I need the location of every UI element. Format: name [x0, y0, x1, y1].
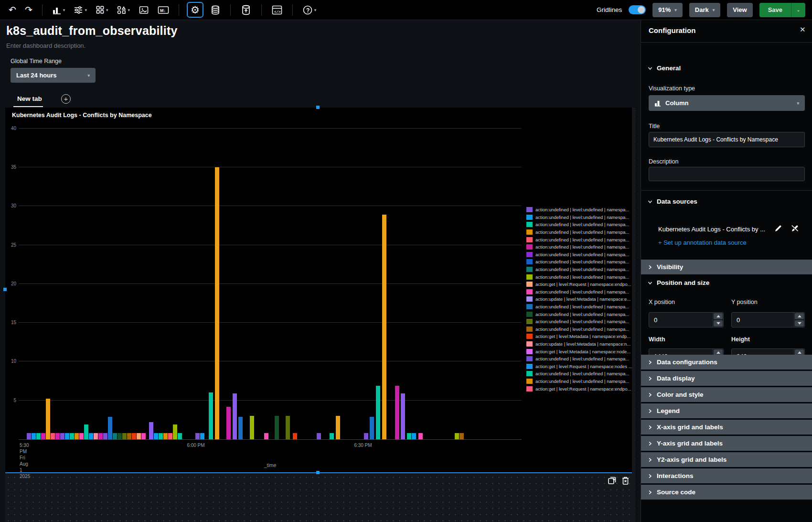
section-data-display[interactable]: Data display	[641, 371, 812, 386]
chart-bar[interactable]	[226, 407, 231, 439]
chart-bar[interactable]	[75, 433, 79, 439]
chart-bar[interactable]	[286, 416, 290, 439]
legend-item[interactable]: action:undefined | level:undefined | nam…	[526, 310, 632, 318]
legend-item[interactable]: action:undefined | level:undefined | nam…	[526, 258, 632, 266]
setup-annotation-link[interactable]: + Set up annotation data source	[658, 239, 747, 246]
chart-bar[interactable]	[154, 433, 158, 439]
chart-bar[interactable]	[364, 433, 368, 439]
legend-item[interactable]: action:undefined | level:undefined | nam…	[526, 236, 632, 243]
chart-bar[interactable]	[36, 433, 41, 439]
chart-bar[interactable]	[407, 433, 411, 439]
legend-item[interactable]: action:get | level:Request | namespace:e…	[526, 385, 632, 392]
chart-bar[interactable]	[159, 433, 163, 439]
tab-new-tab[interactable]: New tab	[17, 95, 42, 102]
chart-bar[interactable]	[336, 416, 340, 439]
chart-bar[interactable]	[122, 433, 127, 439]
chart-bar[interactable]	[41, 433, 45, 439]
chart-bar[interactable]	[418, 433, 423, 439]
gridlines-toggle[interactable]	[629, 5, 646, 14]
section-position-size[interactable]: Position and size	[648, 279, 709, 286]
chart-bar[interactable]	[168, 433, 172, 439]
chart-bar[interactable]	[401, 393, 405, 439]
chart-bar[interactable]	[127, 433, 131, 439]
chart-bar[interactable]	[395, 386, 399, 439]
x-position-input[interactable]: 0	[649, 312, 724, 327]
chart-bar[interactable]	[293, 433, 297, 439]
chart-bar[interactable]	[65, 433, 69, 439]
chart-bar[interactable]	[137, 433, 141, 439]
section-color-and-style[interactable]: Color and style	[641, 387, 812, 402]
legend-item[interactable]: action:undefined | level:undefined | nam…	[526, 266, 632, 273]
section-y-axis-grid-and-labels[interactable]: Y-axis grid and labels	[641, 436, 812, 451]
delete-widget-button[interactable]	[621, 476, 630, 487]
legend-item[interactable]: action:update | level:Metadata | namespa…	[526, 295, 632, 303]
chart-bar[interactable]	[330, 433, 334, 439]
title-input[interactable]	[649, 132, 805, 147]
chart-bar[interactable]	[70, 433, 74, 439]
redo-icon[interactable]: ↷	[23, 4, 34, 16]
chart-bar[interactable]	[163, 433, 168, 439]
chart-bar[interactable]	[455, 433, 459, 439]
controls-button[interactable]: ▾	[72, 4, 89, 16]
chart-bar[interactable]	[98, 433, 103, 439]
section-x-axis-grid-and-labels[interactable]: X-axis grid and labels	[641, 420, 812, 435]
time-range-dropdown[interactable]: Last 24 hours ▾	[11, 68, 96, 83]
edit-source-button[interactable]	[774, 225, 782, 234]
legend-item[interactable]: action:undefined | level:undefined | nam…	[526, 228, 632, 236]
chart-bar[interactable]	[132, 433, 136, 439]
resize-handle-left[interactable]	[3, 288, 7, 291]
code-panel-button[interactable]: </>	[269, 3, 285, 17]
datasource-upload-button[interactable]	[238, 3, 254, 17]
chart-bar[interactable]	[141, 433, 146, 439]
x-position-spinner[interactable]	[713, 313, 723, 327]
chart-bar[interactable]	[459, 433, 464, 439]
chart-bar[interactable]	[51, 433, 55, 439]
shapes-button[interactable]: ▾	[115, 4, 132, 16]
chart-bar[interactable]	[32, 433, 36, 439]
chart-widget[interactable]: Kubernetes Audit Logs - Conflicts by Nam…	[5, 108, 632, 473]
chart-bar[interactable]	[94, 433, 98, 439]
resize-handle-top[interactable]	[316, 106, 320, 109]
legend-item[interactable]: action:undefined | level:undefined | nam…	[526, 221, 632, 228]
chart-bar[interactable]	[376, 386, 380, 439]
view-button[interactable]: View	[727, 3, 752, 17]
help-button[interactable]: ? ▾	[300, 3, 319, 17]
chart-bar[interactable]	[178, 433, 182, 439]
chart-bar[interactable]	[60, 433, 64, 439]
section-y2-axis-grid-and-labels[interactable]: Y2-axis grid and labels	[641, 452, 812, 467]
legend-item[interactable]: action:undefined | level:undefined | nam…	[526, 273, 632, 281]
unlink-source-button[interactable]	[791, 225, 799, 234]
chart-type-button[interactable]: ▾	[50, 4, 67, 16]
chart-bar[interactable]	[149, 422, 153, 439]
chart-bar[interactable]	[317, 433, 321, 439]
chart-bar[interactable]	[215, 167, 219, 439]
section-visibility[interactable]: Visibility	[641, 260, 812, 274]
legend-item[interactable]: action:undefined | level:undefined | nam…	[526, 303, 632, 311]
resize-handle-bottom[interactable]	[316, 471, 320, 474]
legend-item[interactable]: action:undefined | level:undefined | nam…	[526, 206, 632, 214]
chart-bar[interactable]	[264, 433, 268, 439]
chart-bar[interactable]	[55, 433, 60, 439]
layout-button[interactable]: ▾	[94, 4, 110, 16]
section-interactions[interactable]: Interactions	[641, 468, 812, 483]
chart-bar[interactable]	[108, 417, 112, 439]
chart-bar[interactable]	[173, 424, 177, 439]
chart-bar[interactable]	[250, 416, 254, 439]
section-general[interactable]: General	[648, 65, 681, 72]
section-data-sources[interactable]: Data sources	[648, 198, 697, 205]
chart-bar[interactable]	[370, 417, 374, 439]
dashboard-description[interactable]: Enter dashboard description.	[6, 42, 85, 49]
legend-item[interactable]: action:undefined | level:undefined | nam…	[526, 355, 632, 363]
legend-item[interactable]: action:get | level:Metadata | namespace:…	[526, 348, 632, 355]
markdown-button[interactable]: M↓	[156, 4, 171, 16]
section-legend[interactable]: Legend	[641, 403, 812, 418]
chart-bar[interactable]	[118, 433, 122, 439]
viz-type-dropdown[interactable]: Column ▾	[649, 95, 805, 111]
y-position-spinner[interactable]	[794, 313, 804, 327]
save-menu-button[interactable]: ⌄	[791, 3, 805, 17]
legend-item[interactable]: action:undefined | level:undefined | nam…	[526, 378, 632, 385]
chart-bar[interactable]	[84, 424, 88, 439]
chart-bar[interactable]	[275, 416, 279, 439]
section-source-code[interactable]: Source code	[641, 485, 812, 500]
chart-bar[interactable]	[113, 433, 117, 439]
